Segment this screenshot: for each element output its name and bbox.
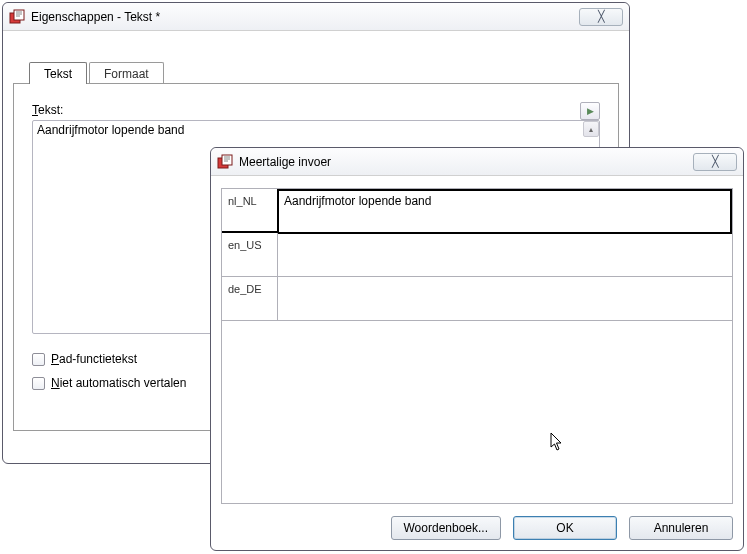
lang-row-nl[interactable]: nl_NL Aandrijfmotor lopende band bbox=[222, 189, 732, 233]
dictionary-button[interactable]: Woordenboek... bbox=[391, 516, 502, 540]
tab-tekst-label: Tekst bbox=[44, 67, 72, 81]
scroll-up-button[interactable]: ▴ bbox=[583, 121, 599, 137]
multilingual-close-button[interactable]: ╳ bbox=[693, 153, 737, 171]
lang-value-input[interactable] bbox=[278, 277, 732, 321]
multilingual-window: Meertalige invoer ╳ nl_NL Aandrijfmotor … bbox=[210, 147, 744, 551]
close-icon: ╳ bbox=[598, 10, 605, 23]
close-icon: ╳ bbox=[712, 155, 719, 168]
app-icon bbox=[9, 9, 25, 25]
language-grid: nl_NL Aandrijfmotor lopende band en_US d… bbox=[222, 189, 732, 321]
cancel-button-label: Annuleren bbox=[654, 521, 709, 535]
lang-code: nl_NL bbox=[222, 189, 278, 233]
cancel-button[interactable]: Annuleren bbox=[629, 516, 733, 540]
app-icon bbox=[217, 154, 233, 170]
lang-row-de[interactable]: de_DE bbox=[222, 277, 732, 321]
lang-row-en[interactable]: en_US bbox=[222, 233, 732, 277]
multilingual-button-bar: Woordenboek... OK Annuleren bbox=[221, 516, 733, 540]
properties-title: Eigenschappen - Tekst * bbox=[31, 10, 160, 24]
tab-formaat[interactable]: Formaat bbox=[89, 62, 164, 84]
lang-code: de_DE bbox=[222, 277, 278, 321]
multilingual-title: Meertalige invoer bbox=[239, 155, 331, 169]
tab-strip: Tekst Formaat bbox=[13, 59, 619, 83]
expand-button[interactable]: ▶ bbox=[580, 102, 600, 120]
dictionary-button-label: Woordenboek... bbox=[404, 521, 489, 535]
tab-formaat-label: Formaat bbox=[104, 67, 149, 81]
lang-value-input[interactable]: Aandrijfmotor lopende band bbox=[277, 189, 732, 234]
checkbox-box[interactable] bbox=[32, 377, 45, 390]
tekst-label: Tekst: bbox=[32, 103, 63, 117]
multilingual-body: nl_NL Aandrijfmotor lopende band en_US d… bbox=[221, 188, 733, 504]
lang-code: en_US bbox=[222, 233, 278, 277]
checkbox-label: Niet automatisch vertalen bbox=[51, 376, 186, 390]
chevron-up-icon: ▴ bbox=[589, 125, 593, 134]
properties-titlebar[interactable]: Eigenschappen - Tekst * ╳ bbox=[3, 3, 629, 31]
lang-value-input[interactable] bbox=[278, 233, 732, 277]
tab-tekst[interactable]: Tekst bbox=[29, 62, 87, 84]
properties-close-button[interactable]: ╳ bbox=[579, 8, 623, 26]
ok-button[interactable]: OK bbox=[513, 516, 617, 540]
checkbox-label: Pad-functietekst bbox=[51, 352, 137, 366]
tekst-input-value: Aandrijfmotor lopende band bbox=[37, 123, 184, 137]
multilingual-titlebar[interactable]: Meertalige invoer ╳ bbox=[211, 148, 743, 176]
play-icon: ▶ bbox=[587, 106, 594, 116]
ok-button-label: OK bbox=[556, 521, 573, 535]
lang-value-text: Aandrijfmotor lopende band bbox=[284, 194, 431, 208]
checkbox-box[interactable] bbox=[32, 353, 45, 366]
